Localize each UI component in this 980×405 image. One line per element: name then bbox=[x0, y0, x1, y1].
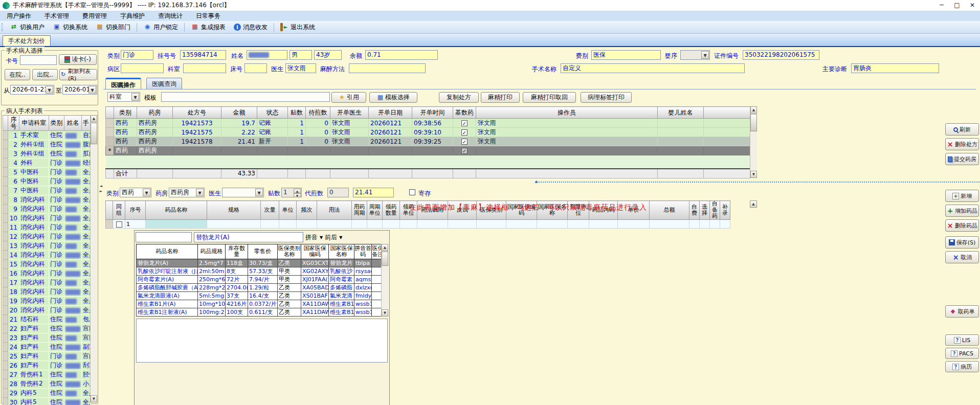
template-button[interactable]: 病理标签打印 bbox=[581, 92, 632, 103]
drug-option-row[interactable]: 多烯磷脂酰胆碱胶囊（A）228mg*22704.0(1.29/粒乙类XA05BA… bbox=[137, 284, 384, 292]
template-button[interactable]: 引用 bbox=[331, 92, 366, 103]
patient-list-scrollbar[interactable]: ▲ ▼ bbox=[90, 115, 97, 402]
template-dept-select[interactable]: 科室 ▼ bbox=[107, 92, 140, 102]
baby-select[interactable]: ▼ bbox=[680, 50, 710, 60]
maximize-button[interactable]: □ bbox=[949, 0, 965, 11]
chevron-down-icon[interactable]: ▼ bbox=[320, 235, 323, 240]
entry-doctor-select[interactable]: ▼ bbox=[222, 188, 264, 197]
drug-option-row[interactable]: 替勃龙片(A)2.5mg*7118盒30.73/盒乙类XG03CXT(替勃龙片t… bbox=[137, 259, 384, 267]
horizontal-splitter[interactable]: ▲▲ bbox=[535, 182, 980, 186]
order-row[interactable]: 西药西药房194215752.22记账10张文雨2026012109:39:10… bbox=[106, 128, 750, 137]
action-button[interactable]: 刷新 bbox=[945, 123, 979, 136]
patient-row[interactable]: 6中医科门诊全身 bbox=[3, 177, 91, 186]
drug-option-row[interactable]: 维生素B1片(A)10mg*104216片0.0372/片乙类XA11DAW(维… bbox=[137, 300, 384, 308]
refresh-list-button[interactable]: 刷新列表(R) bbox=[59, 69, 97, 80]
patient-row[interactable]: 22妇产科住院宫腔 bbox=[3, 324, 91, 333]
patient-row[interactable]: 15消化内科门诊全身 bbox=[3, 260, 91, 269]
patient-row[interactable]: 3外科①组住院肛门 bbox=[3, 149, 91, 159]
tab-order-query[interactable]: 医嘱查询 bbox=[146, 78, 182, 89]
checkbox-checked-icon[interactable]: ✓ bbox=[461, 129, 467, 136]
scroll-down-icon[interactable]: ▼ bbox=[91, 395, 97, 402]
toolbar-button[interactable]: 用户锁定 bbox=[139, 22, 182, 33]
scroll-up-icon[interactable]: ▲ bbox=[750, 106, 757, 114]
chevron-down-icon[interactable]: ▼ bbox=[46, 86, 53, 94]
action-button[interactable]: 增加药品 bbox=[945, 205, 979, 217]
patient-row[interactable]: 8消化内科门诊全身 bbox=[3, 195, 91, 205]
drug-option-row[interactable]: 乳酸依沙吖啶注射液（J）2ml:50m8支57.33/支甲类XG02AXY(乳酸… bbox=[137, 267, 384, 276]
template-button[interactable]: 麻精打印 bbox=[481, 92, 520, 103]
tab-order-operate[interactable]: 医嘱操作 bbox=[105, 78, 141, 89]
deposit-checkbox[interactable] bbox=[409, 189, 415, 195]
patient-row[interactable]: 30内科5住院全身 bbox=[3, 398, 91, 405]
action-button[interactable]: 删除处方 bbox=[945, 138, 979, 150]
checkbox-checked-icon[interactable]: ✓ bbox=[461, 148, 467, 154]
drug-option-row[interactable]: 氟米龙滴眼液(A)5ml:5mg37支16.4/支乙类XS01BAF(氟米龙滴f… bbox=[137, 292, 384, 300]
in-hospital-button[interactable]: 在院.. bbox=[5, 69, 30, 80]
drug-option-row[interactable]: 阿奇霉素片(A)250mg*672片7.94/片甲类XJ01FAA(阿奇霉素aq… bbox=[137, 276, 384, 284]
patient-row[interactable]: 14消化内科门诊全身 bbox=[3, 251, 91, 260]
drug-entry-row[interactable]: 1 bbox=[106, 220, 730, 229]
action-button[interactable]: 新增 bbox=[945, 190, 979, 202]
chevron-down-icon[interactable]: ▼ bbox=[88, 86, 96, 94]
drug-option-row[interactable]: 维生素B1注射液(A)100mg:2100支0.611/支乙类XA11DAW(维… bbox=[137, 308, 384, 317]
menu-item[interactable]: 字典维护 bbox=[114, 11, 151, 21]
template-button[interactable]: 复制处方 bbox=[439, 92, 479, 103]
patient-row[interactable]: 7中医科门诊全身 bbox=[3, 186, 91, 195]
scroll-up-icon[interactable]: ▲ bbox=[382, 244, 388, 251]
patient-row[interactable]: 20消化内科门诊全身 bbox=[3, 306, 91, 315]
scroll-down-icon[interactable]: ▼ bbox=[382, 309, 388, 317]
order-row[interactable]: 西药西药房1942157319.7记账10张文雨2026012109:38:56… bbox=[106, 119, 750, 128]
panel-splitter[interactable]: ◄► bbox=[99, 177, 103, 200]
checkbox-checked-icon[interactable]: ✓ bbox=[461, 120, 467, 126]
patient-row[interactable]: 18消化内科门诊全身 bbox=[3, 287, 91, 297]
patient-row[interactable]: 25妇产科门诊宫内 bbox=[3, 352, 91, 361]
card-no-input[interactable] bbox=[20, 55, 57, 65]
date-to-select[interactable]: 2026-01-21 ▼ bbox=[62, 85, 97, 95]
toolbar-button[interactable]: 切换系统 bbox=[49, 22, 92, 33]
scroll-down-icon[interactable]: ▼ bbox=[750, 171, 757, 178]
close-button[interactable]: ✕ bbox=[965, 0, 980, 11]
checkbox-icon[interactable] bbox=[116, 221, 122, 228]
patient-row[interactable]: 2外科①组住院腹腔 bbox=[3, 140, 91, 149]
out-hospital-button[interactable]: 出院.. bbox=[32, 69, 58, 80]
chevron-down-icon[interactable]: ▼ bbox=[196, 189, 204, 196]
spin-down-icon[interactable]: ▼ bbox=[294, 193, 301, 197]
patient-row[interactable]: 1手术室住院自定 bbox=[3, 131, 91, 140]
toolbar-button[interactable]: 退出系统 bbox=[276, 22, 319, 33]
patient-row[interactable]: 4外科门诊经膀 bbox=[3, 159, 91, 168]
action-button[interactable]: LIS bbox=[945, 334, 979, 346]
order-row[interactable]: 西药西药房1942157821.41新开10张文雨2026012109:39:2… bbox=[106, 137, 750, 146]
patient-row[interactable]: 16消化内科门诊全身 bbox=[3, 269, 91, 278]
action-button[interactable]: 取药单 bbox=[945, 305, 979, 318]
template-input[interactable] bbox=[161, 92, 330, 102]
minimize-button[interactable]: ─ bbox=[934, 0, 949, 11]
drug-name-edit-cell[interactable] bbox=[146, 220, 207, 229]
chevron-down-icon[interactable]: ▼ bbox=[255, 189, 263, 196]
scroll-thumb[interactable] bbox=[382, 252, 388, 266]
template-button[interactable]: 模板选择 bbox=[369, 92, 417, 103]
chevron-down-icon[interactable]: ▼ bbox=[701, 51, 709, 59]
patient-row[interactable]: 5中医科门诊全身 bbox=[3, 168, 91, 177]
tab-surgery-pricing[interactable]: 手术处方划价 bbox=[3, 35, 51, 46]
action-button[interactable]: 提交药房 bbox=[945, 153, 979, 165]
patient-row[interactable]: 17消化内科门诊全身 bbox=[3, 278, 91, 287]
patient-row[interactable]: 21结石科住院包皮 bbox=[3, 315, 91, 324]
entry-tie-stepper[interactable]: 1 ▲▼ bbox=[281, 188, 302, 197]
action-button[interactable]: PACS bbox=[945, 348, 979, 359]
chevron-down-icon[interactable]: ▼ bbox=[131, 93, 139, 101]
order-row[interactable]: *西药西药房✓ bbox=[106, 146, 750, 155]
patient-row[interactable]: 28骨伤科2住院小儿 bbox=[3, 379, 91, 389]
popup-scrollbar[interactable]: ▲ ▼ bbox=[381, 244, 388, 317]
action-button[interactable]: 保存(S) bbox=[945, 236, 979, 249]
read-card-button[interactable]: 读卡(-) bbox=[59, 54, 97, 65]
patient-row[interactable]: 19消化内科门诊全身 bbox=[3, 297, 91, 306]
chevron-down-icon[interactable]: ▼ bbox=[143, 189, 150, 196]
toolbar-button[interactable]: 集成报表 bbox=[187, 22, 230, 33]
menu-item[interactable]: 日常事务 bbox=[189, 11, 227, 21]
patient-row[interactable]: 11消化内科门诊全身 bbox=[3, 223, 91, 232]
entry-pharmacy-select[interactable]: 西药房▼ bbox=[169, 188, 205, 197]
scroll-thumb[interactable] bbox=[91, 123, 97, 144]
scroll-thumb[interactable] bbox=[750, 114, 757, 131]
orders-scrollbar[interactable]: ▲ ▼ bbox=[750, 106, 757, 178]
patient-row[interactable]: 24妇产科住院副宫 bbox=[3, 343, 91, 352]
